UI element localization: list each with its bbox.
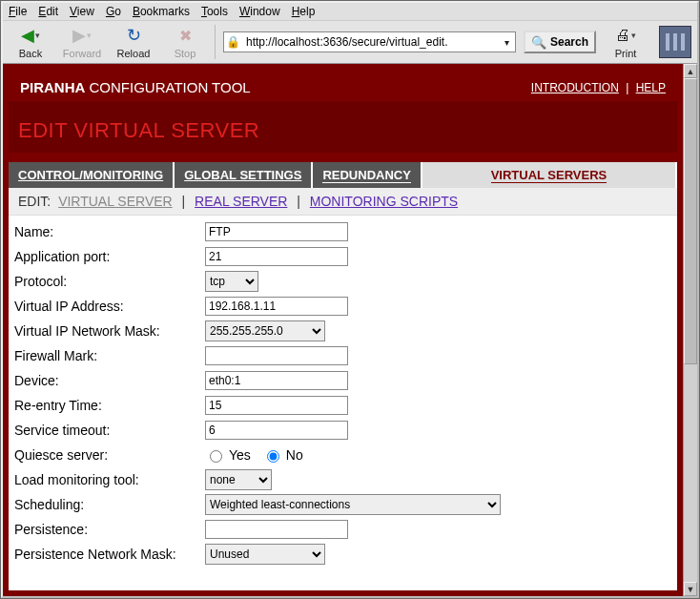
port-input[interactable] [205,247,348,266]
page-title: EDIT VIRTUAL SERVER [9,101,677,153]
device-input[interactable] [205,371,348,390]
reload-button[interactable]: ↻ Reload [112,25,155,59]
scroll-track[interactable] [684,364,697,582]
tab-redundancy[interactable]: REDUNDANCY [313,162,422,188]
menu-tools[interactable]: Tools [201,5,228,18]
main-tabs: CONTROL/MONITORING GLOBAL SETTINGS REDUN… [9,162,677,188]
forward-arrow-icon: ▶ [72,25,86,46]
url-dropdown-icon[interactable]: ▾ [501,37,513,48]
sub-tabs: EDIT: VIRTUAL SERVER | REAL SERVER | MON… [9,188,677,216]
protocol-select[interactable]: tcp [205,271,258,292]
link-introduction[interactable]: INTRODUCTION [531,81,619,94]
reload-icon: ↻ [127,25,141,46]
menu-edit[interactable]: Edit [38,5,58,18]
back-label: Back [19,48,42,59]
scheduling-label: Scheduling: [14,497,205,512]
menu-window[interactable]: Window [239,5,280,18]
app-header: PIRANHA CONFIGURATION TOOL INTRODUCTION … [9,70,677,101]
scroll-thumb[interactable] [684,78,697,364]
reentry-label: Re-entry Time: [14,398,205,413]
back-arrow-icon: ◀ [21,25,34,46]
link-help[interactable]: HELP [636,81,666,94]
scheduling-select[interactable]: Weighted least-connections [205,494,501,515]
menu-file[interactable]: File [9,5,27,18]
dropdown-icon: ▾ [631,31,636,40]
stop-icon: ✖ [179,27,192,45]
site-lock-icon: 🔒 [226,35,240,49]
throbber-icon [659,26,691,58]
timeout-label: Service timeout: [14,423,205,438]
scroll-down-icon[interactable]: ▼ [684,582,697,596]
form: Name: Application port: Protocol: tcp [9,216,677,590]
forward-button[interactable]: ▶ ▾ Forward [60,25,104,59]
port-label: Application port: [14,249,205,264]
dropdown-icon: ▾ [35,31,40,40]
search-label: Search [550,35,588,49]
pmask-select[interactable]: Unused [205,544,325,565]
subtab-label: EDIT: [18,194,51,209]
svg-rect-0 [666,33,669,51]
subtab-monitoring-scripts[interactable]: MONITORING SCRIPTS [310,194,458,209]
menu-view[interactable]: View [70,5,94,18]
persistence-label: Persistence: [14,522,205,537]
fwmark-label: Firewall Mark: [14,348,205,363]
dropdown-icon: ▾ [87,31,92,40]
subtab-real-server[interactable]: REAL SERVER [195,194,287,209]
svg-rect-2 [681,33,685,51]
vmask-select[interactable]: 255.255.255.0 [205,320,325,341]
device-label: Device: [14,373,205,388]
quiesce-no-radio[interactable]: No [262,447,303,463]
protocol-label: Protocol: [14,274,205,289]
forward-label: Forward [63,48,101,59]
url-bar[interactable]: 🔒 ▾ [223,31,516,52]
quiesce-yes-radio[interactable]: Yes [205,447,251,463]
vip-input[interactable] [205,297,348,316]
scroll-up-icon[interactable]: ▲ [684,64,697,78]
fwmark-input[interactable] [205,346,348,365]
reentry-input[interactable] [205,396,348,415]
tab-global-settings[interactable]: GLOBAL SETTINGS [175,162,313,188]
loadmon-select[interactable]: none [205,469,272,490]
toolbar: ◀ ▾ Back ▶ ▾ Forward ↻ Reload ✖ Stop [3,21,697,64]
search-icon: 🔍 [531,35,546,50]
vertical-scrollbar[interactable]: ▲ ▼ [683,64,697,596]
name-label: Name: [14,224,205,239]
page-content: PIRANHA CONFIGURATION TOOL INTRODUCTION … [3,64,683,596]
menubar: File Edit View Go Bookmarks Tools Window… [3,3,697,21]
tab-control-monitoring[interactable]: CONTROL/MONITORING [9,162,175,188]
quiesce-label: Quiesce server: [14,447,205,463]
link-separator: | [626,81,628,94]
vmask-label: Virtual IP Network Mask: [14,323,205,339]
back-button[interactable]: ◀ ▾ Back [9,25,52,59]
url-input[interactable] [244,33,497,51]
subtab-virtual-server[interactable]: VIRTUAL SERVER [58,194,173,209]
timeout-input[interactable] [205,421,348,440]
menu-go[interactable]: Go [106,5,121,18]
brand-name: PIRANHA [20,79,85,95]
menu-help[interactable]: Help [292,5,316,18]
menu-bookmarks[interactable]: Bookmarks [133,5,190,18]
print-label: Print [615,48,637,59]
persistence-input[interactable] [205,520,348,539]
svg-rect-1 [673,33,677,51]
printer-icon: 🖨 [615,27,630,44]
toolbar-separator [215,25,216,59]
stop-label: Stop [175,48,196,59]
loadmon-label: Load monitoring tool: [14,472,205,487]
pmask-label: Persistence Network Mask: [14,547,205,562]
brand-subtitle: CONFIGURATION TOOL [85,79,250,95]
search-button[interactable]: 🔍 Search [524,31,596,53]
tab-virtual-servers[interactable]: VIRTUAL SERVERS [422,162,677,188]
name-input[interactable] [205,222,348,241]
stop-button[interactable]: ✖ Stop [163,25,207,59]
print-button[interactable]: 🖨 ▾ Print [604,25,648,59]
reload-label: Reload [117,48,151,59]
vip-label: Virtual IP Address: [14,299,205,314]
